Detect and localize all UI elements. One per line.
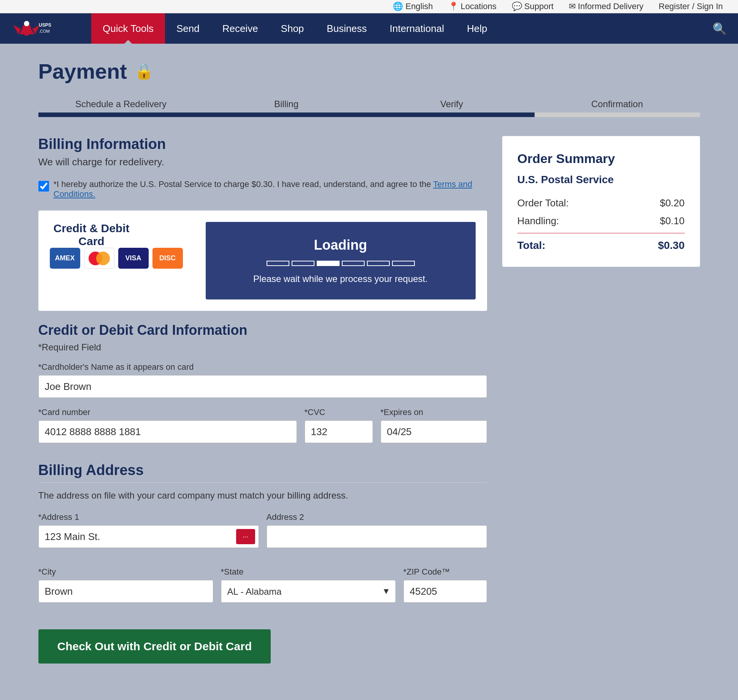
loading-overlay: Loading Please wait while we process you… <box>206 222 476 299</box>
discover-logo: DISC <box>152 248 183 269</box>
step-bar-schedule <box>38 112 204 117</box>
step-bar-verify <box>369 112 535 117</box>
locations-link[interactable]: 📍 Locations <box>448 2 497 11</box>
expires-group: *Expires on <box>381 407 487 443</box>
address1-input[interactable] <box>38 525 259 548</box>
billing-info-title: Billing Information <box>38 136 487 152</box>
top-bar: 🌐 English 📍 Locations 💬 Support ✉ Inform… <box>0 0 738 13</box>
nav-business[interactable]: Business <box>315 13 378 44</box>
visa-logo: VISA <box>118 248 149 269</box>
loading-segment-5 <box>367 261 390 266</box>
cvc-group: *CVC <box>305 407 373 443</box>
billing-address-note: The address on file with your card compa… <box>38 490 487 501</box>
address1-input-wrapper: ··· <box>38 525 259 548</box>
svg-point-9 <box>96 252 110 265</box>
cardholder-name-input[interactable] <box>38 375 487 398</box>
card-details-row: *Card number *CVC *Expires on <box>38 407 487 453</box>
address2-label: Address 2 <box>267 512 487 522</box>
cvc-input[interactable] <box>305 420 373 443</box>
informed-delivery-link[interactable]: ✉ Informed Delivery <box>569 2 643 11</box>
address1-group: *Address 1 ··· <box>38 512 259 548</box>
order-summary: Order Summary U.S. Postal Service Order … <box>502 136 700 664</box>
handling-label: Handling: <box>517 215 559 227</box>
zip-label: *ZIP Code™ <box>403 567 487 577</box>
checkout-button[interactable]: Check Out with Credit or Debit Card <box>38 629 271 664</box>
loading-segment-6 <box>392 261 415 266</box>
city-input[interactable] <box>38 580 213 603</box>
svg-text:USPS: USPS <box>39 22 51 28</box>
nav-send[interactable]: Send <box>165 13 211 44</box>
card-section: Credit & DebitCard AMEX VISA DISC <box>38 211 487 311</box>
order-summary-title: Order Summary <box>517 151 685 166</box>
card-logos: AMEX VISA DISC <box>50 248 183 269</box>
nav-help[interactable]: Help <box>455 13 498 44</box>
nav-international[interactable]: International <box>378 13 455 44</box>
card-type-title: Credit & DebitCard <box>50 222 133 248</box>
authorization-checkbox-row: *I hereby authorize the U.S. Postal Serv… <box>38 179 487 199</box>
order-divider <box>517 233 685 233</box>
state-select-wrapper: AL - Alabama AK - Alaska AZ - Arizona ▼ <box>221 580 396 603</box>
step-schedule: Schedule a Redelivery <box>38 99 204 117</box>
main-form: Billing Information We will charge for r… <box>38 136 487 664</box>
billing-address-title: Billing Address <box>38 462 487 483</box>
card-info-title: Credit or Debit Card Information <box>38 322 487 338</box>
svg-text:.COM: .COM <box>39 29 50 33</box>
state-select[interactable]: AL - Alabama AK - Alaska AZ - Arizona <box>221 580 396 603</box>
order-total-label: Order Total: <box>517 197 569 209</box>
step-confirmation: Confirmation <box>535 99 700 117</box>
mastercard-logo <box>84 248 114 269</box>
total-label: Total: <box>517 239 546 252</box>
city-label: *City <box>38 567 213 577</box>
main-content: Payment 🔒 Schedule a Redelivery Billing … <box>16 44 723 679</box>
cvc-label: *CVC <box>305 407 373 417</box>
nav-shop[interactable]: Shop <box>270 13 316 44</box>
address1-icon-btn[interactable]: ··· <box>236 529 255 544</box>
order-total-line: Order Total: $0.20 <box>517 197 685 209</box>
loading-message: Please wait while we process your reques… <box>225 274 457 284</box>
handling-value: $0.10 <box>660 215 684 227</box>
state-label: *State <box>221 567 396 577</box>
authorization-checkbox[interactable] <box>38 181 49 192</box>
expires-input[interactable] <box>381 420 487 443</box>
nav-quick-tools[interactable]: Quick Tools <box>91 13 165 44</box>
address-row-2: *City *State AL - Alabama AK - Alaska AZ… <box>38 567 487 612</box>
register-link[interactable]: Register / Sign In <box>659 2 723 11</box>
cardholder-name-label: *Cardholder's Name as it appears on card <box>38 362 487 372</box>
required-note: *Required Field <box>38 342 487 353</box>
amex-logo: AMEX <box>50 248 80 269</box>
step-bar-billing <box>204 112 369 117</box>
support-link[interactable]: 💬 Support <box>512 2 554 11</box>
zip-input[interactable] <box>403 580 487 603</box>
card-info-left: Credit & DebitCard AMEX VISA DISC <box>50 222 183 269</box>
card-number-group: *Card number <box>38 407 297 443</box>
state-group: *State AL - Alabama AK - Alaska AZ - Ari… <box>221 567 396 603</box>
authorization-text: *I hereby authorize the U.S. Postal Serv… <box>54 179 487 199</box>
cardholder-name-group: *Cardholder's Name as it appears on card <box>38 362 487 398</box>
step-billing: Billing <box>204 99 369 117</box>
address2-group: Address 2 <box>267 512 487 548</box>
expires-label: *Expires on <box>381 407 487 417</box>
main-nav: USPS .COM Quick Tools Send Receive Shop … <box>0 13 738 44</box>
nav-receive[interactable]: Receive <box>211 13 270 44</box>
order-provider: U.S. Postal Service <box>517 174 685 186</box>
progress-steps: Schedule a Redelivery Billing Verify Con… <box>38 99 700 117</box>
card-number-input[interactable] <box>38 420 297 443</box>
page-title-area: Payment 🔒 <box>38 59 700 84</box>
lock-icon: 🔒 <box>135 62 154 80</box>
nav-items: Quick Tools Send Receive Shop Business I… <box>91 13 701 44</box>
address2-input[interactable] <box>267 525 487 548</box>
logo[interactable]: USPS .COM <box>0 18 91 39</box>
zip-group: *ZIP Code™ <box>403 567 487 603</box>
loading-bar <box>225 261 457 266</box>
loading-segment-4 <box>342 261 365 266</box>
page-title: Payment <box>38 59 127 84</box>
city-group: *City <box>38 567 213 603</box>
loading-segment-3 <box>317 261 340 266</box>
search-icon[interactable]: 🔍 <box>701 22 738 35</box>
loading-segment-1 <box>267 261 289 266</box>
language-selector[interactable]: 🌐 English <box>393 2 433 11</box>
billing-info-subtitle: We will charge for redelivery. <box>38 156 487 168</box>
content-layout: Billing Information We will charge for r… <box>38 136 700 664</box>
total-value: $0.30 <box>658 239 684 252</box>
svg-point-7 <box>24 21 29 26</box>
